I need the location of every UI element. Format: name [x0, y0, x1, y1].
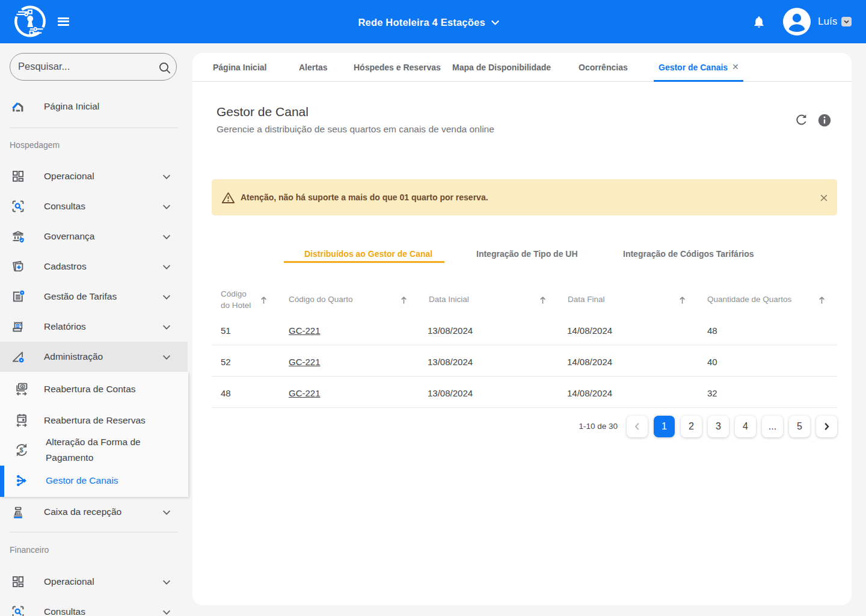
svg-text:$: $ — [20, 446, 23, 454]
